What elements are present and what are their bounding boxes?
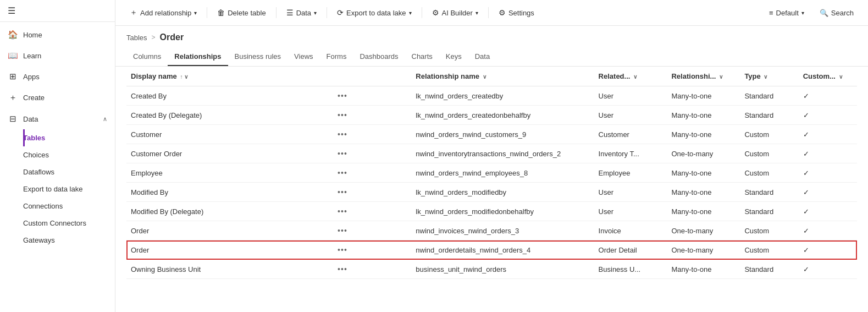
tab-charts[interactable]: Charts <box>405 48 439 66</box>
check-icon: ✓ <box>803 169 809 177</box>
tab-keys[interactable]: Keys <box>439 48 468 66</box>
sidebar-item-export-lake[interactable]: Export to data lake <box>23 180 115 198</box>
col-header-relationship[interactable]: Relationshi... ∨ <box>667 67 740 86</box>
table-row[interactable]: Owning Business Unit ••• business_unit_n… <box>126 260 857 279</box>
cell-dots[interactable]: ••• <box>331 202 411 221</box>
col-header-display-name[interactable]: Display name ↑ ∨ <box>126 67 331 86</box>
gateways-label: Gateways <box>23 236 55 244</box>
separator-5 <box>488 7 489 18</box>
cell-display-name: Created By <box>126 86 331 106</box>
table-row[interactable]: Order ••• nwind_orderdetails_nwind_order… <box>126 240 857 260</box>
table-row[interactable]: Order ••• nwind_invoices_nwind_orders_3 … <box>126 221 857 240</box>
row-menu-dots[interactable]: ••• <box>335 265 350 273</box>
toolbar-right: ≡ Default ▾ 🔍 Search <box>764 6 859 20</box>
cell-dots[interactable]: ••• <box>331 86 411 106</box>
cell-dots[interactable]: ••• <box>331 125 411 144</box>
table-row[interactable]: Created By ••• lk_nwind_orders_createdby… <box>126 86 857 106</box>
row-menu-dots[interactable]: ••• <box>335 245 350 254</box>
cell-type: Standard <box>740 106 798 125</box>
delete-table-button[interactable]: 🗑 Delete table <box>212 5 271 20</box>
export-lake-label: Export to data lake <box>23 185 82 193</box>
tab-forms[interactable]: Forms <box>320 48 353 66</box>
row-menu-dots[interactable]: ••• <box>335 111 350 119</box>
table-row[interactable]: Customer ••• nwind_orders_nwind_customer… <box>126 125 857 144</box>
table-row[interactable]: Employee ••• nwind_orders_nwind_employee… <box>126 163 857 183</box>
export-lake-label: Export to data lake <box>346 9 406 17</box>
check-icon: ✓ <box>803 111 809 119</box>
cell-dots[interactable]: ••• <box>331 106 411 125</box>
cell-display-name: Customer <box>126 125 331 144</box>
cell-dots[interactable]: ••• <box>331 163 411 183</box>
cell-type: Standard <box>740 202 798 221</box>
col-header-related[interactable]: Related... ∨ <box>594 67 667 86</box>
table-row[interactable]: Modified By ••• lk_nwind_orders_modified… <box>126 183 857 202</box>
tab-columns[interactable]: Columns <box>126 48 168 66</box>
tab-dashboards[interactable]: Dashboards <box>353 48 405 66</box>
sidebar-item-gateways[interactable]: Gateways <box>23 232 115 249</box>
data-button[interactable]: ☰ Data ▾ <box>281 5 322 20</box>
sidebar-item-data[interactable]: ⊟ Data ∧ <box>0 108 115 129</box>
sidebar-item-choices[interactable]: Choices <box>23 146 115 163</box>
cell-dots[interactable]: ••• <box>331 144 411 163</box>
col-header-type[interactable]: Type ∨ <box>740 67 798 86</box>
add-relationship-label: Add relationship <box>140 9 191 17</box>
hamburger-icon[interactable]: ☰ <box>8 6 15 16</box>
col-header-custom[interactable]: Custom... ∨ <box>799 67 857 86</box>
cell-display-name: Owning Business Unit <box>126 260 331 279</box>
cell-dots[interactable]: ••• <box>331 221 411 240</box>
table-row[interactable]: Created By (Delegate) ••• lk_nwind_order… <box>126 106 857 125</box>
tab-business-rules[interactable]: Business rules <box>228 48 288 66</box>
ai-builder-button[interactable]: ⚙ AI Builder ▾ <box>427 5 484 20</box>
cell-display-name: Customer Order <box>126 144 331 163</box>
cell-related: User <box>594 86 667 106</box>
add-relationship-button[interactable]: ＋ Add relationship ▾ <box>124 4 202 21</box>
breadcrumb-current: Order <box>160 32 184 42</box>
sidebar-item-home[interactable]: 🏠 Home <box>0 24 115 45</box>
cell-display-name: Employee <box>126 163 331 183</box>
check-icon: ✓ <box>803 130 809 139</box>
sidebar-item-tables[interactable]: Tables <box>23 129 115 146</box>
cell-dots[interactable]: ••• <box>331 260 411 279</box>
main-area: ＋ Add relationship ▾ 🗑 Delete table ☰ Da… <box>115 0 868 312</box>
row-menu-dots[interactable]: ••• <box>335 168 350 177</box>
sidebar-item-dataflows[interactable]: Dataflows <box>23 163 115 180</box>
search-icon: 🔍 <box>820 9 828 17</box>
cell-relationship: Many-to-one <box>667 163 740 183</box>
relationships-table: Display name ↑ ∨ Relationship name ∨ Rel… <box>126 67 857 279</box>
table-row[interactable]: Customer Order ••• nwind_inventorytransa… <box>126 144 857 163</box>
tab-relationships[interactable]: Relationships <box>168 48 228 66</box>
default-button[interactable]: ≡ Default ▾ <box>764 6 810 20</box>
sidebar-item-connectors[interactable]: Custom Connectors <box>23 215 115 232</box>
separator-4 <box>422 7 422 18</box>
row-menu-dots[interactable]: ••• <box>335 188 350 196</box>
search-button[interactable]: 🔍 Search <box>814 6 859 20</box>
tab-data[interactable]: Data <box>468 48 496 66</box>
table-row[interactable]: Modified By (Delegate) ••• lk_nwind_orde… <box>126 202 857 221</box>
cell-dots[interactable]: ••• <box>331 183 411 202</box>
settings-button[interactable]: ⚙ Settings <box>493 5 540 20</box>
export-lake-button[interactable]: ⟳ Export to data lake ▾ <box>331 5 417 20</box>
row-menu-dots[interactable]: ••• <box>335 149 350 158</box>
row-menu-dots[interactable]: ••• <box>335 226 350 235</box>
sidebar-item-create[interactable]: ＋ Create <box>0 87 115 108</box>
table-area: Display name ↑ ∨ Relationship name ∨ Rel… <box>115 67 868 312</box>
row-menu-dots[interactable]: ••• <box>335 91 350 100</box>
sidebar-item-connections[interactable]: Connections <box>23 198 115 215</box>
tab-views[interactable]: Views <box>288 48 319 66</box>
gear-icon: ⚙ <box>499 8 506 17</box>
sidebar-item-learn[interactable]: 📖 Learn <box>0 45 115 66</box>
sidebar-item-label: Apps <box>23 73 40 81</box>
col-header-rel-name[interactable]: Relationship name ∨ <box>411 67 594 86</box>
trash-icon: 🗑 <box>217 8 225 17</box>
sidebar-item-apps[interactable]: ⊞ Apps <box>0 66 115 87</box>
breadcrumb-tables[interactable]: Tables <box>126 34 147 42</box>
cell-custom: ✓ <box>799 125 857 144</box>
learn-icon: 📖 <box>8 51 18 61</box>
cell-dots[interactable]: ••• <box>331 240 411 260</box>
check-icon: ✓ <box>803 265 809 273</box>
sort-icon: ∨ <box>839 74 843 80</box>
row-menu-dots[interactable]: ••• <box>335 130 350 139</box>
table-body: Created By ••• lk_nwind_orders_createdby… <box>126 86 857 279</box>
row-menu-dots[interactable]: ••• <box>335 207 350 216</box>
cell-type: Standard <box>740 260 798 279</box>
